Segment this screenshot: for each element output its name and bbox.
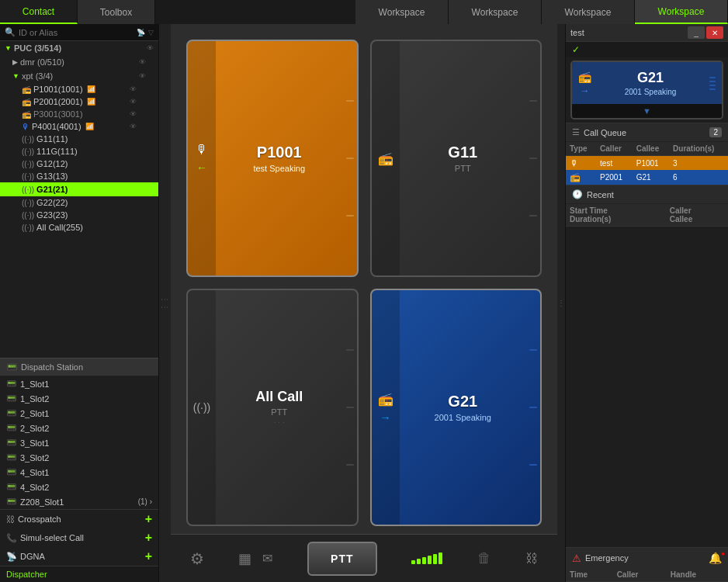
search-icon: 🔍 xyxy=(5,27,16,37)
tree-item-dmr[interactable]: ▶ dmr (0/510) 👁 xyxy=(0,55,158,69)
settings-icon[interactable]: ⚙ xyxy=(190,549,204,568)
list-item[interactable]: ((·)) G12(12) xyxy=(0,158,158,170)
tab-workspace4[interactable]: Workspace xyxy=(635,0,728,24)
list-item[interactable]: ((·)) G11(11) xyxy=(0,133,158,145)
checkmark-icon: ✓ xyxy=(572,44,580,55)
close-button[interactable]: ✕ xyxy=(706,26,723,39)
dispatch-item[interactable]: 📟3_Slot2 xyxy=(0,450,158,465)
dispatch-item[interactable]: 📟2_Slot2 xyxy=(0,421,158,435)
eye-icon: 👁 xyxy=(130,98,137,106)
card-name: P1001 xyxy=(257,144,302,161)
dispatch-item[interactable]: 📟4_Slot1 xyxy=(0,465,158,480)
add-crosspatch-button[interactable]: + xyxy=(145,512,152,526)
card-status: PTT xyxy=(455,164,471,173)
warning-icon: ⚠ xyxy=(572,553,581,564)
rss-icon: 📡 xyxy=(137,29,145,36)
arrow-left-icon: ← xyxy=(196,161,207,174)
crosspatch-icon: ⛓ xyxy=(6,514,15,524)
channel-card-g21[interactable]: 📻 → G21 2001 Speaking xyxy=(370,289,543,526)
dispatch-item[interactable]: 📟3_Slot1 xyxy=(0,435,158,450)
eye-icon: 👁 xyxy=(130,85,137,93)
eye-icon: 👁 xyxy=(130,110,137,118)
dispatch-item[interactable]: 📟1_Slot2 xyxy=(0,391,158,406)
add-simul-button[interactable]: + xyxy=(145,531,152,545)
grid-icon[interactable]: ▦ xyxy=(238,550,251,567)
monitor-ptt-icon: 📻 xyxy=(578,71,591,83)
list-item[interactable]: ((·)) 111G(111) xyxy=(0,145,158,158)
sidebar-item-g21[interactable]: ((·)) G21(21) xyxy=(0,182,158,196)
list-item[interactable]: ((·)) G13(13) xyxy=(0,170,158,182)
dispatch-item[interactable]: 📟4_Slot2 xyxy=(0,480,158,494)
eye-icon: 👁 xyxy=(139,72,146,80)
tab-workspace1[interactable]: Workspace xyxy=(355,0,449,24)
card-status: 2001 Speaking xyxy=(435,413,491,422)
add-dgna-button[interactable]: + xyxy=(145,549,152,563)
emergency-section: ⚠ Emergency 🔔● Time Caller Handle xyxy=(566,547,728,582)
dgna-icon: 📡 xyxy=(6,552,17,562)
monitor-channel-name: G21 xyxy=(596,70,705,86)
list-item[interactable]: 🎙 P4001(4001) 📶 👁 xyxy=(0,120,158,133)
eye-icon: 👁 xyxy=(139,58,146,66)
dispatch-item[interactable]: 📟2_Slot1 xyxy=(0,406,158,421)
ptt-icon: 📻 xyxy=(378,151,393,166)
ptt-button[interactable]: PTT xyxy=(307,542,377,576)
tab-toolbox[interactable]: Toolbox xyxy=(78,0,155,24)
envelope-icon[interactable]: ✉ xyxy=(262,551,272,566)
channel-card-allcall[interactable]: ((·)) All Call PTT · · · xyxy=(186,289,359,526)
list-item[interactable]: 📻 P1001(1001) 📶 👁 xyxy=(0,83,158,95)
dispatcher-bar: Dispatcher xyxy=(0,566,158,582)
tab-workspace3[interactable]: Workspace xyxy=(542,0,635,24)
list-item[interactable]: 📻 P3001(3001) 👁 xyxy=(0,108,158,120)
radio-wave-icon: ((·)) xyxy=(193,401,211,414)
card-status: PTT xyxy=(271,407,287,417)
mic-icon: 🎙 xyxy=(196,143,208,157)
tab-contact[interactable]: Contact xyxy=(0,0,78,24)
monitor-arrow-icon: → xyxy=(581,85,590,96)
call-queue-section: ☰ Call Queue 2 Type Caller Callee Durati… xyxy=(566,123,728,185)
recent-section: 🕐 Recent Start Time Duration(s) Caller xyxy=(566,185,728,227)
monitor-status: 2001 Speaking xyxy=(596,88,705,96)
monitor-down-arrow: ▼ xyxy=(643,106,651,116)
crosspatch-row[interactable]: ⛓ Crosspatch + xyxy=(0,510,158,528)
card-name: G11 xyxy=(448,144,477,161)
channel-card-g11[interactable]: 📻 G11 PTT xyxy=(370,40,543,277)
search-input[interactable] xyxy=(19,28,133,37)
dispatch-item[interactable]: 📟Z208_Slot1 (1) › xyxy=(0,494,158,509)
tree-item-xpt[interactable]: ▼ xpt (3/4) 👁 xyxy=(0,69,158,83)
list-item[interactable]: ((·)) G22(22) xyxy=(0,196,158,209)
queue-badge: 2 xyxy=(709,127,722,137)
simul-select-row[interactable]: 📞 Simul-select Call + xyxy=(0,528,158,547)
trash-icon[interactable]: 🗑 xyxy=(477,550,491,566)
queue-row-blue[interactable]: 📻 P2001 G21 6 xyxy=(566,170,728,185)
dispatch-header: 📟 Dispatch Station xyxy=(0,358,158,376)
filter-icon: ▽ xyxy=(148,29,154,36)
link-icon[interactable]: ⛓ xyxy=(525,552,538,566)
queue-row-orange[interactable]: 🎙 test P1001 3 xyxy=(566,156,728,171)
arrow-right-icon: → xyxy=(380,411,391,424)
list-item[interactable]: ((·)) G23(23) xyxy=(0,209,158,221)
dgna-row[interactable]: 📡 DGNA + xyxy=(0,547,158,566)
channel-card-p1001[interactable]: 🎙 ← P1001 test Speaking xyxy=(186,40,359,277)
simul-icon: 📞 xyxy=(6,533,17,543)
monitor-window-title: test xyxy=(570,28,584,37)
clock-icon: 🕐 xyxy=(572,189,583,199)
emergency-bell-icon: 🔔● xyxy=(709,552,722,564)
dispatch-icon: 📟 xyxy=(6,362,18,372)
list-item[interactable]: 📻 P2001(2001) 📶 👁 xyxy=(0,95,158,108)
minimize-button[interactable]: _ xyxy=(688,26,705,39)
list-item[interactable]: ((·)) All Call(255) xyxy=(0,221,158,234)
card-name: G21 xyxy=(448,393,477,411)
card-status: test Speaking xyxy=(253,164,305,173)
tab-workspace2[interactable]: Workspace xyxy=(449,0,542,24)
dispatch-item[interactable]: 📟1_Slot1 xyxy=(0,376,158,391)
eye-icon: 👁 xyxy=(147,44,154,52)
eye-icon: 👁 xyxy=(130,123,137,130)
card-name: All Call xyxy=(255,389,303,405)
right-collapse-icon[interactable]: ⋮ xyxy=(557,299,565,307)
ptt-icon2: 📻 xyxy=(378,392,393,407)
tree-item-puc[interactable]: ▼ PUC (3/514) 👁 xyxy=(0,41,158,55)
queue-icon: ☰ xyxy=(572,127,580,137)
collapse-icon[interactable]: ⋮⋮ xyxy=(161,296,169,311)
